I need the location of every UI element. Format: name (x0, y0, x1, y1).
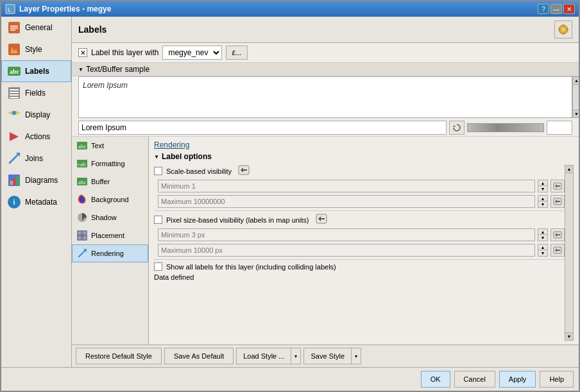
sidebar-label-general: General (25, 23, 53, 32)
sub-nav-rendering[interactable]: Rendering (72, 244, 148, 262)
buffer-sub-icon: abc (76, 176, 88, 187)
field-dropdown[interactable]: megye_nev (162, 46, 222, 60)
min-px-up[interactable]: ▲ (538, 229, 547, 235)
sample-vscroll[interactable]: ▲ ▼ (572, 76, 579, 118)
scroll-down-arrow[interactable]: ▼ (573, 110, 579, 117)
minimize-btn[interactable]: — (550, 4, 562, 14)
scale-visibility-row: Scale-based visibility (154, 165, 565, 177)
pixel-visibility-label: Pixel size-based visibility (labels in m… (166, 216, 309, 224)
save-as-default-btn[interactable]: Save As Default (164, 348, 234, 364)
sub-nav-text-label: Text (91, 142, 104, 149)
epsilon-btn[interactable]: ε... (226, 46, 247, 60)
min-px-data-defined[interactable] (550, 228, 565, 241)
rendering-title[interactable]: Rendering (154, 141, 574, 149)
lorem-ipsum-text: Lorem Ipsum (83, 81, 128, 90)
max-data-defined[interactable] (550, 195, 565, 208)
fields-icon (7, 86, 21, 100)
min1-row: ▲ ▼ (158, 180, 565, 192)
svg-point-39 (83, 237, 86, 239)
sidebar-item-joins[interactable]: Joins (1, 148, 71, 169)
options-scroll-thumb (565, 173, 573, 332)
cancel-btn[interactable]: Cancel (454, 371, 495, 388)
label-layer-text: Label this layer with (91, 48, 158, 57)
ok-btn[interactable]: OK (421, 371, 450, 388)
label-options-title: Label options (162, 152, 212, 161)
load-style-arrow[interactable]: ▾ (291, 348, 301, 364)
max-down[interactable]: ▼ (538, 201, 547, 207)
min1-data-defined[interactable] (550, 180, 565, 192)
sub-nav-formatting[interactable]: +ab Formatting (72, 155, 148, 173)
restore-default-btn[interactable]: Restore Default Style (76, 348, 162, 364)
scale-visibility-label: Scale-based visibility (166, 167, 232, 175)
min-px-down[interactable]: ▼ (538, 235, 547, 241)
scroll-up-arrow[interactable]: ▲ (573, 77, 579, 85)
show-all-checkbox[interactable] (154, 262, 162, 271)
max-input[interactable] (158, 195, 535, 208)
pixel-visibility-row: Pixel size-based visibility (labels in m… (154, 214, 565, 226)
scale-visibility-data-btn[interactable] (238, 165, 250, 177)
titlebar: L Layer Properties - megye ? — ✕ (1, 1, 579, 17)
help-window-btn[interactable]: ? (538, 4, 549, 14)
min1-up[interactable]: ▲ (538, 180, 547, 186)
sub-nav-placement[interactable]: Placement (72, 226, 148, 244)
actions-icon (7, 130, 21, 144)
svg-text:+ab: +ab (77, 161, 86, 167)
main-content: General Style abc Labels (1, 17, 579, 367)
sub-nav-shadow[interactable]: Shadow (72, 209, 148, 226)
sub-nav-buffer[interactable]: abc Buffer (72, 173, 148, 191)
pixel-visibility-checkbox[interactable] (154, 216, 162, 224)
load-style-btn[interactable]: Load Style ... (236, 348, 291, 364)
sidebar-item-actions[interactable]: Actions (1, 126, 71, 148)
lorem-input[interactable] (78, 121, 447, 135)
help-btn[interactable]: Help (540, 371, 574, 388)
sub-nav-background[interactable]: Background (72, 191, 148, 209)
scale-visibility-checkbox[interactable] (154, 167, 162, 175)
sidebar-item-general[interactable]: General (1, 17, 71, 38)
text-sub-icon: abc (76, 140, 88, 151)
options-scroll-down[interactable]: ▼ (565, 332, 573, 340)
svg-point-36 (78, 232, 81, 234)
labels-settings-btn[interactable] (554, 21, 572, 38)
collapse-triangle: ▼ (78, 67, 83, 72)
diagrams-icon (7, 173, 21, 187)
zoom-slider[interactable] (467, 123, 544, 132)
max-up[interactable]: ▲ (538, 196, 547, 201)
svg-point-14 (12, 111, 16, 115)
sub-panel: abc Text +ab Formatting (72, 137, 579, 345)
max-px-data-defined[interactable] (550, 244, 565, 257)
min1-input[interactable] (158, 180, 535, 192)
sidebar-item-diagrams[interactable]: Diagrams (1, 169, 71, 191)
sub-nav-text[interactable]: abc Text (72, 137, 148, 155)
sidebar-item-metadata[interactable]: i Metadata (1, 191, 71, 213)
label-checkbox[interactable]: ✕ (78, 48, 87, 57)
sub-nav-rendering-label: Rendering (91, 250, 124, 257)
close-window-btn[interactable]: ✕ (563, 4, 575, 14)
min1-spinbtns: ▲ ▼ (538, 180, 548, 192)
pixel-data-btn[interactable] (316, 214, 327, 226)
apply-btn[interactable]: Apply (499, 371, 536, 388)
dialog-footer: OK Cancel Apply Help (1, 367, 579, 391)
right-panel: Labels ✕ Label this layer with (72, 17, 579, 367)
general-icon (7, 21, 21, 35)
max-px-input[interactable] (158, 244, 535, 257)
min1-down[interactable]: ▼ (538, 186, 547, 192)
min-px-input[interactable] (158, 228, 535, 241)
svg-rect-20 (16, 176, 19, 185)
metadata-icon: i (7, 195, 21, 209)
sidebar-item-fields[interactable]: Fields (1, 82, 71, 104)
options-vscroll[interactable]: ▲ ▼ (565, 165, 574, 341)
load-style-split: Load Style ... ▾ (236, 348, 301, 364)
sidebar-item-style[interactable]: Style (1, 38, 71, 60)
sidebar-label-joins: Joins (25, 154, 43, 163)
zoom-value (547, 121, 572, 135)
save-style-btn[interactable]: Save Style (303, 348, 351, 364)
refresh-btn[interactable] (449, 121, 465, 135)
labels-icon: abc (7, 64, 21, 78)
sidebar-item-display[interactable]: Display (1, 104, 71, 126)
options-scroll-up[interactable]: ▲ (565, 166, 573, 173)
max-px-up[interactable]: ▲ (538, 244, 547, 250)
save-style-arrow[interactable]: ▾ (351, 348, 361, 364)
sidebar-item-labels[interactable]: abc Labels (1, 60, 71, 82)
min-px-row: ▲ ▼ (158, 228, 565, 241)
max-px-down[interactable]: ▼ (538, 250, 547, 256)
